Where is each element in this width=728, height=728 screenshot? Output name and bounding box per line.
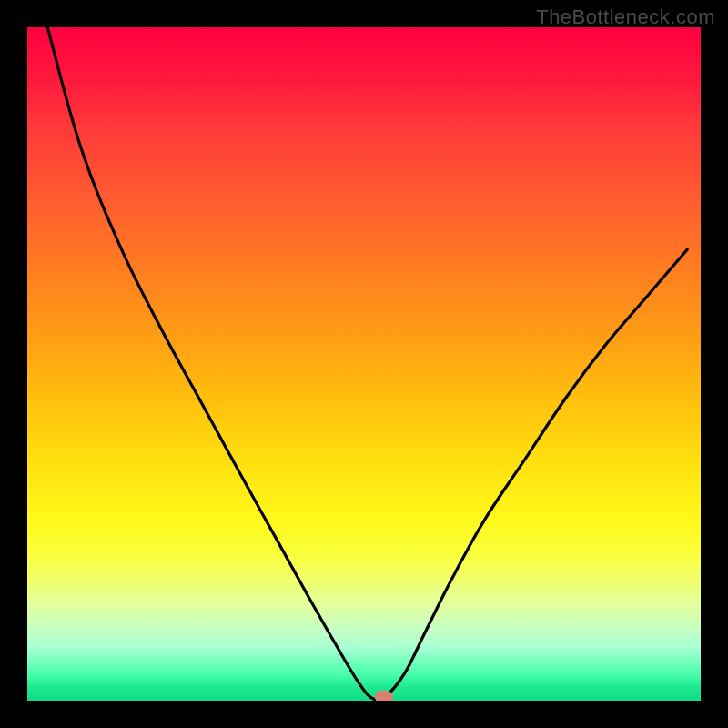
watermark-text: TheBottleneck.com bbox=[536, 5, 715, 29]
optimal-point-marker bbox=[375, 691, 393, 701]
chart-frame: TheBottleneck.com bbox=[0, 0, 728, 728]
plot-area bbox=[27, 27, 701, 701]
bottleneck-curve bbox=[47, 27, 687, 700]
curve-svg bbox=[27, 27, 701, 701]
